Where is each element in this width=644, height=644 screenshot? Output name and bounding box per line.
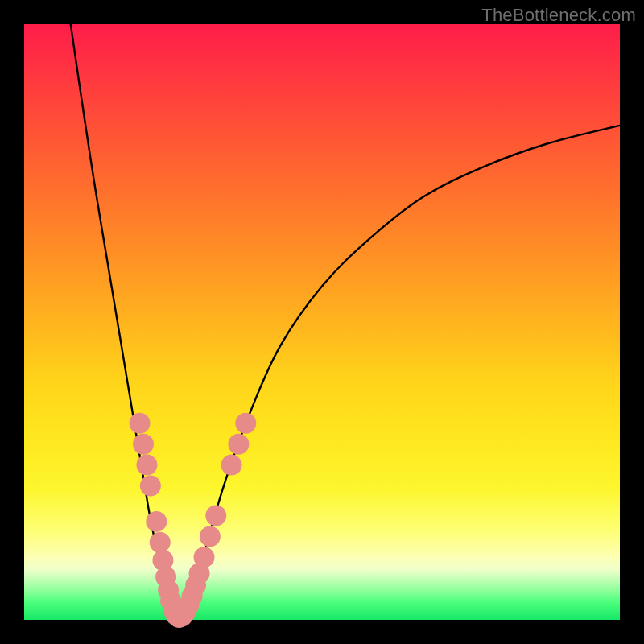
curve-marker	[150, 532, 171, 553]
curve-marker	[193, 547, 214, 568]
curve-marker	[200, 526, 221, 547]
curve-marker	[130, 413, 151, 434]
curve-markers	[130, 413, 257, 628]
watermark-text: TheBottleneck.com	[481, 5, 636, 26]
curve-marker	[133, 434, 154, 455]
curve-marker	[205, 506, 226, 526]
chart-svg	[24, 24, 620, 620]
chart-frame: TheBottleneck.com	[0, 0, 644, 644]
curve-marker	[221, 455, 242, 476]
plot-area	[24, 24, 620, 620]
curve-marker	[146, 511, 167, 532]
curve-marker	[140, 476, 161, 497]
curve-marker	[136, 455, 157, 476]
curve-right-branch	[188, 126, 621, 614]
curve-marker	[228, 434, 249, 455]
curve-marker	[235, 413, 256, 434]
